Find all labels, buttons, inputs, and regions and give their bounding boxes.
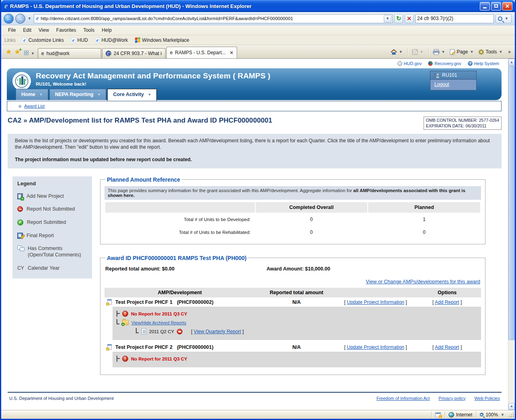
page-footer: U.S. Department of Housing and Urban Dev… bbox=[8, 392, 502, 401]
planned-header: Planned bbox=[368, 202, 480, 213]
menu-favorites[interactable]: Favorites bbox=[53, 27, 80, 33]
home-button[interactable]: ▼ bbox=[391, 49, 403, 55]
alert-icon: ! bbox=[122, 311, 128, 317]
history-dropdown-icon[interactable]: ▼ bbox=[27, 16, 32, 20]
view-hide-archived-reports-link[interactable]: View/Hide Archived Reports bbox=[131, 320, 186, 325]
project-reported-amount: N/A bbox=[255, 299, 338, 305]
feeds-button[interactable]: ▼ bbox=[412, 49, 424, 55]
help-system-link[interactable]: Help System bbox=[468, 61, 499, 66]
chevron-down-icon: ▼ bbox=[148, 93, 151, 96]
menu-file[interactable]: File bbox=[4, 27, 19, 33]
update-project-information-link[interactable]: Update Project Information bbox=[347, 344, 404, 350]
tab-close-icon[interactable]: ✕ bbox=[230, 50, 233, 55]
menu-edit[interactable]: Edit bbox=[19, 27, 35, 33]
search-text[interactable]: 24 cfr 903.7(r)(2) bbox=[417, 16, 492, 21]
search-button[interactable]: ▼ bbox=[496, 14, 512, 23]
search-input[interactable]: 24 cfr 903.7(r)(2) bbox=[415, 14, 494, 23]
nav-tab-nepa-reporting[interactable]: NEPA Reporting▼ bbox=[49, 89, 106, 100]
search-dropdown-icon[interactable]: ▼ bbox=[504, 16, 509, 20]
link-windows-marketplace[interactable]: Windows Marketplace bbox=[133, 37, 191, 43]
final-report-icon bbox=[17, 233, 23, 239]
add-favorite-button[interactable]: ★ bbox=[14, 48, 20, 55]
back-button[interactable]: ← bbox=[4, 14, 14, 24]
project-code: (PHCF0000001) bbox=[177, 344, 213, 350]
project-icon bbox=[106, 299, 113, 305]
nav-tab-core-activity[interactable]: Core Activity▼ bbox=[107, 89, 157, 101]
row-label: Total # of Units to be Rehabilitated: bbox=[105, 226, 255, 238]
scroll-up-button[interactable]: ▲ bbox=[508, 59, 515, 66]
add-report-link[interactable]: Add Report bbox=[435, 299, 459, 305]
recovery-gov-link[interactable]: Recovery.gov bbox=[428, 61, 461, 66]
stop-button[interactable]: ✕ bbox=[405, 14, 414, 23]
project-title-link[interactable]: Test Project For PHCF 1 bbox=[115, 299, 172, 305]
planned-amount-legend: Planned Amount Reference bbox=[105, 176, 182, 183]
forward-button[interactable]: → bbox=[15, 14, 25, 24]
tab-ramps-active[interactable]: e RAMPS - U.S. Depart... ✕ bbox=[166, 47, 237, 58]
hud-gov-link[interactable]: HUD.gov bbox=[397, 61, 422, 66]
completed-value: 0 bbox=[256, 226, 368, 238]
empty-header bbox=[338, 291, 413, 295]
tree-branch-icon bbox=[117, 311, 119, 317]
link-hud-at-work[interactable]: e HUD@Work bbox=[93, 37, 131, 43]
toolbar-overflow-chevron[interactable]: » bbox=[507, 49, 511, 55]
tab-24-cfr[interactable]: 24 CFR 903.7 - What inf... bbox=[102, 48, 166, 58]
project-reported-amount: N/A bbox=[255, 344, 338, 350]
link-customize-links[interactable]: e Customize Links bbox=[20, 37, 66, 43]
zoom-level[interactable]: 100% bbox=[485, 412, 498, 418]
project-row: Test Project For PHCF 2 (PHCF0000001) N/… bbox=[104, 342, 481, 352]
refresh-button[interactable]: ↻ bbox=[394, 14, 403, 23]
has-comments-icon bbox=[17, 246, 24, 251]
zoom-control[interactable]: 100% ▼ bbox=[476, 410, 509, 419]
project-title-link[interactable]: Test Project For PHCF 2 bbox=[115, 344, 172, 350]
alert-icon: ! bbox=[122, 356, 128, 362]
quick-tabs-button[interactable]: ▼ bbox=[23, 51, 38, 58]
project-reports-block: ! No Report for 2011 Q3 CY bbox=[113, 352, 481, 367]
address-input[interactable]: e http://demo.citizant.com:8080/app_ramp… bbox=[34, 14, 393, 23]
footer-text: U.S. Department of Housing and Urban Dev… bbox=[9, 396, 114, 401]
archived-reports-line: + View/Hide Archived Reports bbox=[117, 318, 478, 327]
menu-tools[interactable]: Tools bbox=[80, 27, 98, 33]
close-button[interactable]: ✕ bbox=[502, 2, 512, 10]
scroll-down-button[interactable]: ▼ bbox=[508, 403, 515, 410]
add-report-link[interactable]: Add Report bbox=[435, 344, 459, 350]
minimize-button[interactable] bbox=[480, 2, 490, 10]
legend-item-final-report: Final Report bbox=[17, 233, 88, 239]
tools-menu-button[interactable]: Tools ▼ bbox=[478, 49, 503, 55]
menu-help[interactable]: Help bbox=[98, 27, 115, 33]
address-dropdown-button[interactable]: ▼ bbox=[384, 15, 391, 23]
logout-link[interactable]: Logout bbox=[434, 82, 449, 87]
view-change-amps-link[interactable]: View or Change AMPs/developments for thi… bbox=[366, 279, 480, 285]
maximize-button[interactable] bbox=[491, 2, 501, 10]
award-list-link[interactable]: Award List bbox=[24, 104, 45, 109]
zoom-dropdown-icon[interactable]: ▼ bbox=[500, 413, 505, 417]
quick-tabs-icon bbox=[24, 51, 29, 56]
page-menu-button[interactable]: Page ▼ bbox=[450, 49, 474, 55]
legend-item-calendar-year: CY Calendar Year bbox=[17, 265, 88, 272]
update-project-information-link[interactable]: Update Project Information bbox=[347, 299, 404, 305]
tab-favicon-icon: e bbox=[170, 50, 173, 55]
printer-icon bbox=[433, 49, 440, 55]
favorites-center-button[interactable]: ★ bbox=[6, 48, 11, 55]
completed-overall-header: Completed Overall bbox=[256, 202, 368, 213]
foia-link[interactable]: Freedom of Information Act bbox=[377, 396, 430, 401]
tab-favicon-icon: e bbox=[41, 51, 44, 56]
search-icon bbox=[498, 16, 502, 21]
web-policies-link[interactable]: Web Policies bbox=[475, 396, 500, 401]
empty-header bbox=[105, 202, 255, 213]
report-quarter-label: 2011 Q2 CY bbox=[149, 329, 174, 334]
page-favicon-icon: e bbox=[36, 15, 39, 22]
link-hud[interactable]: e HUD bbox=[69, 37, 90, 43]
view-quarterly-report-link[interactable]: View Quarterly Report bbox=[194, 329, 241, 334]
report-not-submitted-icon bbox=[17, 206, 23, 212]
tab-hud-at-work[interactable]: e hud@work bbox=[38, 48, 101, 58]
menu-view[interactable]: View bbox=[35, 27, 53, 33]
print-button[interactable]: ▼ bbox=[433, 49, 446, 55]
vertical-scrollbar[interactable]: ▲ ▼ bbox=[508, 59, 515, 410]
windows-flag-icon bbox=[135, 37, 140, 43]
url-text[interactable]: http://demo.citizant.com:8080/app_ramps/… bbox=[41, 16, 382, 21]
nav-tab-home[interactable]: Home▼ bbox=[16, 89, 48, 100]
scrollbar-thumb[interactable] bbox=[508, 66, 515, 340]
privacy-policy-link[interactable]: Privacy policy bbox=[438, 396, 465, 401]
planned-amount-section: Planned Amount Reference This page provi… bbox=[100, 176, 485, 244]
resize-grip[interactable] bbox=[509, 412, 514, 418]
